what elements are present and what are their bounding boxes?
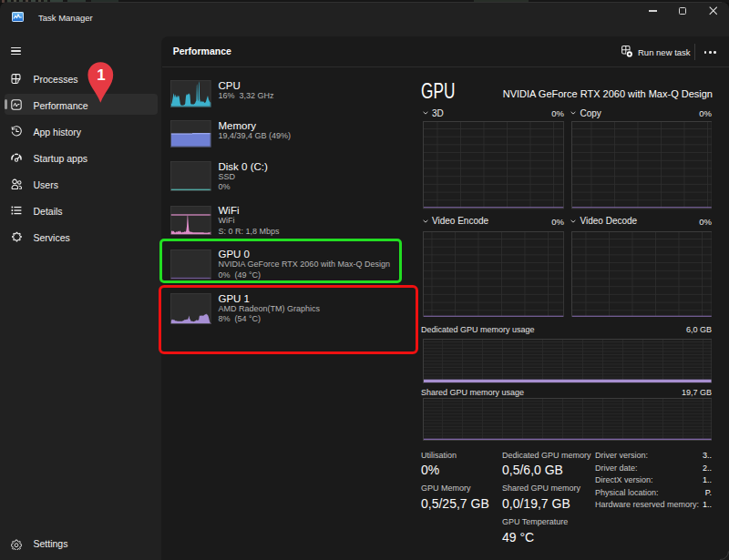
svg-text:1: 1 [97, 66, 105, 84]
